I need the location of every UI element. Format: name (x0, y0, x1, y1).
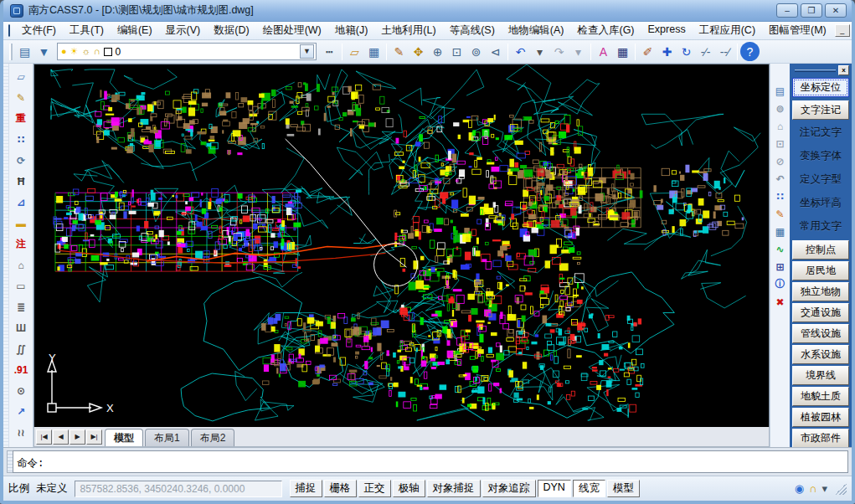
rectangle-icon[interactable]: ▭ (11, 275, 32, 296)
menu-category[interactable]: 管线设施 (792, 324, 849, 343)
undo-icon[interactable]: ↶ (511, 42, 530, 61)
save-block-icon[interactable]: ▦ (771, 223, 789, 240)
text-find-icon[interactable]: A (594, 42, 613, 61)
redraw-icon[interactable]: 重 (11, 108, 32, 129)
menu-category-text[interactable]: 文字注记 (792, 100, 849, 120)
menu-category[interactable]: 居民地 (792, 261, 849, 280)
help-icon[interactable]: ? (740, 42, 760, 61)
status-toggle-button[interactable]: DYN (538, 480, 571, 497)
layout-tab[interactable]: 布局1 (145, 429, 189, 446)
undo-dropdown-icon[interactable]: ▾ (530, 42, 549, 61)
layer-combo[interactable]: ● ☀ ☼ ∩ 0 ▼ (57, 43, 317, 60)
zoom-realtime-icon[interactable]: ⊕ (428, 42, 447, 61)
menu-sub-item[interactable]: 变换字体 (792, 145, 849, 168)
wavy-line-icon[interactable]: ≀≀ (11, 422, 32, 443)
delete-icon[interactable]: ✖ (771, 293, 789, 311)
mdi-minimize-button[interactable]: _ (835, 24, 850, 37)
pan-icon[interactable]: ✥ (409, 42, 428, 61)
communication-icon[interactable]: ◉ (795, 482, 804, 495)
tab-prev-button[interactable]: ◀ (53, 429, 69, 445)
menu-item[interactable]: 地物编辑(A) (502, 22, 571, 39)
status-toggle-button[interactable]: 模型 (607, 480, 640, 497)
menu-item[interactable]: 地籍(J) (328, 22, 375, 39)
menu-category[interactable]: 交通设施 (792, 303, 849, 322)
elevation-point-icon[interactable]: .91 (11, 359, 32, 380)
info-icon[interactable]: ⓘ (771, 275, 789, 293)
status-toggle-button[interactable]: 极轴 (393, 480, 425, 497)
mdi-restore-button[interactable]: ❐ (852, 24, 855, 37)
menu-sub-item[interactable]: 定义字型 (792, 168, 849, 192)
tab-next-button[interactable]: ▶ (70, 429, 85, 445)
status-toggle-button[interactable]: 栅格 (324, 480, 357, 497)
menu-item[interactable]: 工程应用(C) (693, 22, 762, 39)
layout-tab[interactable]: 布局2 (191, 429, 235, 446)
minimize-button[interactable]: – (776, 3, 798, 18)
menu-item[interactable]: 绘图处理(W) (256, 22, 328, 39)
menu-category[interactable]: 独立地物 (792, 282, 849, 301)
height-mark-icon[interactable]: Ħ (11, 171, 32, 192)
menu-category[interactable]: 水系设施 (792, 345, 849, 364)
menu-item-selected[interactable]: 坐标定位 (792, 78, 849, 97)
layer-previous-icon[interactable]: ▼ (34, 42, 54, 61)
panel-close-icon[interactable]: x (838, 65, 849, 75)
menu-item[interactable]: 检查入库(G) (570, 22, 641, 39)
table-icon[interactable]: ▦ (613, 42, 632, 61)
zoom-out-icon[interactable]: ⊘ (771, 152, 789, 170)
menu-item[interactable]: Express (641, 22, 693, 39)
layers-icon[interactable]: ▤ (771, 82, 789, 100)
status-toggle-button[interactable]: 线宽 (573, 480, 605, 497)
status-menu-arrow-icon[interactable]: ▾ (822, 482, 827, 495)
menu-item[interactable]: 工具(T) (63, 22, 111, 39)
circle-point-icon[interactable]: ⊙ (11, 380, 32, 401)
attribute-table-icon[interactable]: ⊞ (771, 258, 789, 275)
hatch-icon[interactable]: Ш (11, 317, 32, 338)
open-icon[interactable]: ▱ (345, 42, 364, 61)
menu-category[interactable]: 境界线 (792, 366, 849, 385)
menu-category[interactable]: 控制点 (792, 240, 849, 260)
road-icon[interactable]: ≣ (11, 296, 32, 317)
view-previous-icon[interactable]: ↶ (771, 170, 789, 188)
menu-sub-item[interactable]: 注记文字 (792, 121, 849, 145)
linetype-icon[interactable]: ┅ (320, 42, 339, 61)
unlock-icon[interactable]: ∩ (809, 482, 816, 495)
zoom-dotted-icon[interactable]: ⊡ (771, 135, 789, 152)
polyline-edit-icon[interactable]: ∿ (771, 240, 789, 258)
layer-freeze-icon[interactable]: ☀ (70, 47, 79, 56)
zoom-extents-icon[interactable]: ⊚ (466, 42, 486, 61)
coord-query-icon[interactable]: ⊿ (11, 192, 32, 213)
menu-category[interactable]: 地貌土质 (792, 387, 849, 406)
menu-item[interactable]: 土地利用(L) (374, 22, 442, 39)
menu-item[interactable]: 编辑(E) (111, 22, 159, 39)
zoom-object-icon[interactable]: ⊚ (771, 100, 789, 117)
status-toggle-button[interactable]: 对象捕捉 (427, 480, 481, 497)
annotate-icon[interactable]: 注 (11, 234, 32, 255)
toolbar-grab-handle[interactable] (9, 44, 13, 60)
status-toggle-button[interactable]: 对象追踪 (482, 480, 536, 497)
tab-first-button[interactable]: |◀ (36, 429, 52, 445)
menu-category[interactable]: 植被园林 (792, 408, 849, 427)
status-toggle-button[interactable]: 捕捉 (290, 480, 322, 497)
curve-icon[interactable]: ∬ (11, 338, 32, 359)
close-button[interactable]: ✕ (825, 3, 847, 18)
drawing-area[interactable]: Y X (33, 64, 770, 427)
menu-item[interactable]: 等高线(S) (443, 22, 502, 39)
redo-dropdown-icon[interactable]: ▾ (569, 42, 588, 61)
menu-category[interactable]: 市政部件 (792, 429, 849, 448)
menu-item[interactable]: 文件(F) (15, 22, 63, 39)
menu-item[interactable]: 图幅管理(M) (762, 22, 833, 39)
save-icon[interactable]: ▦ (364, 42, 384, 61)
menu-item[interactable]: 数据(D) (207, 22, 255, 39)
move-icon[interactable]: ✚ (657, 42, 677, 61)
zoom-previous-icon[interactable]: ⊲ (486, 42, 505, 61)
redo-icon[interactable]: ↷ (549, 42, 569, 61)
polygon-icon[interactable]: ⌂ (11, 255, 32, 275)
layer-on-icon[interactable]: ● (61, 47, 67, 56)
layer-combo-dropdown-icon[interactable]: ▼ (300, 44, 314, 59)
panel-grab-handle[interactable] (795, 69, 836, 72)
pencil-icon[interactable]: ✎ (389, 42, 409, 61)
tab-last-button[interactable]: ▶| (86, 429, 102, 445)
ruler-icon[interactable]: ▬ (11, 213, 32, 234)
slope-icon[interactable]: ↗ (11, 401, 32, 422)
edit-symbol-icon[interactable]: ✎ (11, 87, 32, 108)
modify-draw-icon[interactable]: ✎ (771, 205, 789, 223)
